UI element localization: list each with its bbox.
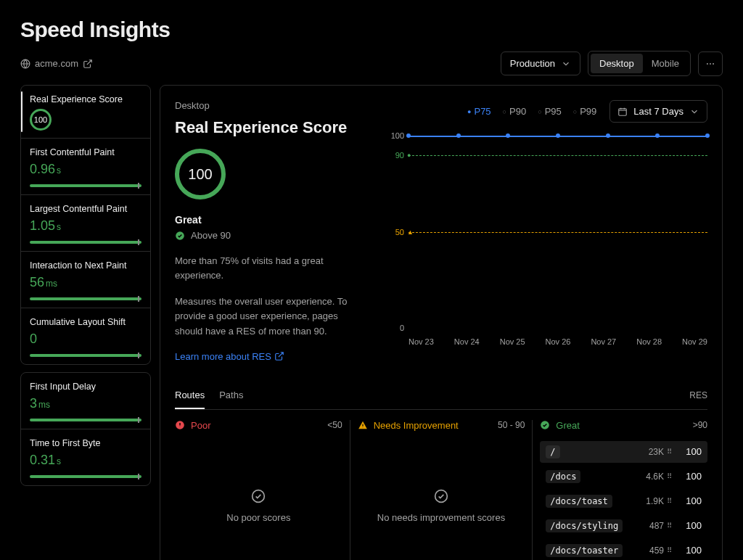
summary-text: More than 75% of visits had a great expe… (175, 254, 364, 283)
route-item[interactable]: /docs/toast1.9K ⠿100 (540, 490, 707, 512)
tab-routes[interactable]: Routes (175, 382, 205, 409)
route-count: 4.6K ⠿ (646, 472, 673, 482)
res-big-pill: 100 (175, 149, 226, 199)
res-pill: 100 (30, 109, 52, 131)
route-path: / (546, 445, 559, 458)
date-range-select[interactable]: Last 7 Days (609, 100, 707, 123)
sidebar-card-fcp[interactable]: First Contentful Paint 0.96s (21, 138, 150, 194)
route-item[interactable]: /docs/styling487 ⠿100 (540, 515, 707, 537)
route-item[interactable]: /23K ⠿100 (540, 441, 707, 463)
chevron-down-icon (561, 59, 571, 69)
percentile-p95[interactable]: P95 (538, 106, 562, 117)
route-count: 1.9K ⠿ (646, 496, 673, 506)
learn-more-link[interactable]: Learn more about RES (175, 351, 284, 362)
metric-bar (30, 354, 141, 357)
sparkline-icon: ⠿ (667, 546, 673, 554)
sparkline-icon: ⠿ (667, 522, 673, 530)
sparkline-icon: ⠿ (667, 448, 673, 456)
check-outline-icon (434, 489, 448, 503)
globe-icon (20, 59, 30, 69)
percentile-p75[interactable]: P75 (467, 106, 491, 117)
check-circle-icon (175, 231, 185, 241)
external-link-icon (83, 59, 93, 69)
route-count: 23K ⠿ (649, 447, 673, 457)
route-path: /docs/toast (546, 495, 612, 508)
sidebar-card-inp[interactable]: Interaction to Next Paint 56ms (21, 251, 150, 308)
rating-label: Great (175, 214, 364, 226)
threshold-text: Above 90 (191, 230, 231, 241)
route-count: 459 ⠿ (649, 545, 673, 556)
route-item[interactable]: /docs/toaster459 ⠿100 (540, 540, 707, 560)
route-score: 100 (680, 446, 702, 457)
warning-triangle-icon (358, 420, 368, 430)
metric-bar (30, 475, 141, 478)
svg-point-8 (435, 490, 448, 503)
route-path: /docs (546, 470, 580, 483)
svg-point-3 (713, 63, 714, 65)
domain-link[interactable]: acme.com (20, 58, 93, 69)
ellipsis-icon (705, 59, 715, 69)
metric-title: Real Experience Score (175, 118, 364, 137)
calendar-icon (617, 107, 628, 117)
percentile-p90[interactable]: P90 (503, 106, 527, 117)
check-circle-icon (540, 420, 550, 430)
svg-rect-5 (619, 108, 627, 115)
sparkline-icon: ⠿ (667, 472, 673, 480)
svg-point-7 (253, 490, 265, 503)
routes-metric-label: RES (689, 390, 707, 400)
route-score: 100 (680, 520, 702, 531)
device-mobile-tab[interactable]: Mobile (643, 54, 688, 73)
res-chart: 100 90 50 0 ● ▲ (385, 136, 707, 346)
route-score: 100 (680, 495, 702, 506)
svg-point-2 (710, 63, 711, 65)
domain-text: acme.com (35, 58, 78, 69)
route-score: 100 (680, 545, 702, 556)
device-label: Desktop (175, 100, 364, 111)
empty-needs: No needs improvement scores (377, 512, 505, 523)
metric-bar (30, 241, 141, 244)
route-path: /docs/toaster (546, 544, 623, 557)
percentile-p99[interactable]: P99 (573, 106, 597, 117)
page-title: Speed Insights (20, 17, 723, 42)
description-text: Measures the overall user experience. To… (175, 295, 364, 338)
environment-select[interactable]: Production (501, 52, 580, 75)
sidebar-card-ttfb[interactable]: Time to First Byte 0.31s (21, 429, 150, 485)
route-count: 487 ⠿ (649, 521, 673, 531)
check-outline-icon (251, 489, 266, 503)
metric-bar (30, 419, 141, 421)
tab-paths[interactable]: Paths (219, 382, 243, 409)
empty-poor: No poor scores (226, 512, 290, 523)
metric-bar (30, 297, 141, 300)
route-item[interactable]: /docs4.6K ⠿100 (540, 466, 707, 487)
sidebar-card-res[interactable]: Real Experience Score 100 (21, 86, 150, 138)
route-path: /docs/styling (546, 519, 623, 532)
external-link-icon (274, 351, 284, 361)
device-segmented: Desktop Mobile (588, 51, 691, 76)
sidebar-card-lcp[interactable]: Largest Contentful Paint 1.05s (21, 194, 150, 251)
more-menu-button[interactable] (698, 52, 723, 76)
metric-bar (30, 184, 141, 187)
device-desktop-tab[interactable]: Desktop (591, 54, 643, 73)
sparkline-icon: ⠿ (667, 497, 673, 505)
svg-point-1 (707, 63, 708, 65)
sidebar-card-fid[interactable]: First Input Delay 3ms (21, 373, 150, 429)
chevron-down-icon (689, 107, 699, 117)
chart-x-axis: Nov 23 Nov 24 Nov 25 Nov 26 Nov 27 Nov 2… (409, 337, 707, 346)
error-circle-icon (175, 420, 185, 430)
sidebar-card-cls[interactable]: Cumulative Layout Shift 0 (21, 308, 150, 364)
route-score: 100 (680, 471, 702, 482)
